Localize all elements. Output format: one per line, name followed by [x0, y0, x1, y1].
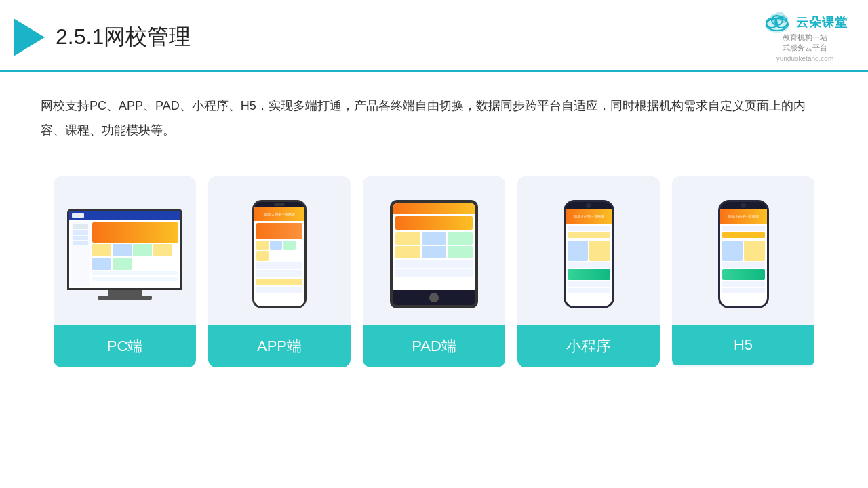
device-mini-phone: 职场人的第一堂网课	[564, 200, 614, 308]
pad-screen	[393, 203, 475, 290]
logo-url: yunduoketang.com	[776, 55, 834, 62]
mini-phone-screen-h5: 职场人的第一堂网课	[720, 209, 767, 306]
card-mini: 职场人的第一堂网课	[517, 176, 660, 367]
monitor-cards	[92, 244, 178, 270]
mini-phone-banner: 职场人的第一堂网课	[566, 209, 612, 224]
phone-screen: 职场人的第一堂网课	[254, 207, 304, 306]
monitor-sidebar	[71, 222, 90, 286]
mini-phone-punch-h5	[720, 202, 767, 209]
device-h5-phone: 职场人的第一堂网课	[718, 200, 769, 308]
card-h5: 职场人的第一堂网课	[672, 176, 814, 367]
description-text: 网校支持PC、APP、PAD、小程序、H5，实现多端打通，产品各终端自由切换，数…	[0, 72, 868, 156]
card-pad-label: PAD端	[363, 325, 505, 367]
monitor-screen-header	[69, 211, 180, 220]
pad-screen-body	[393, 214, 475, 290]
title-text: 网校管理	[104, 24, 191, 49]
mini-phone-body	[566, 224, 612, 306]
phone-notch-dot	[274, 203, 285, 206]
logo-cloud: 云朵课堂	[762, 12, 848, 33]
monitor-logo	[72, 214, 84, 218]
mini-phone-punch	[566, 202, 612, 209]
logo: 云朵课堂 教育机构一站 式服务云平台 yunduoketang.com	[762, 12, 848, 62]
phone-screen-body	[254, 221, 304, 306]
card-app: 职场人的第一堂网课	[208, 176, 351, 367]
monitor-screen-body	[69, 220, 180, 288]
device-pc	[67, 209, 182, 300]
logo-name: 云朵课堂	[796, 14, 848, 30]
mini-phone-screen: 职场人的第一堂网课	[566, 209, 612, 306]
card-h5-image: 职场人的第一堂网课	[672, 176, 814, 325]
phone-screen-header: 职场人的第一堂网课	[254, 207, 304, 221]
device-app-phone: 职场人的第一堂网课	[252, 200, 307, 308]
monitor-screen	[69, 211, 180, 288]
logo-tagline: 教育机构一站 式服务云平台	[783, 33, 827, 54]
page-title: 2.5.1网校管理	[56, 22, 191, 52]
pad-screen-header	[393, 203, 475, 214]
monitor-banner	[92, 222, 178, 243]
card-h5-label: H5	[672, 325, 814, 365]
cloud-svg-icon	[762, 12, 792, 33]
mini-phone-punch-dot-h5	[741, 203, 746, 208]
pad-grid	[395, 232, 473, 258]
device-pad	[390, 200, 478, 308]
card-pc-image	[54, 176, 196, 325]
mini-phone-body-h5	[720, 224, 767, 306]
pad-home-button	[429, 293, 439, 302]
card-mini-label: 小程序	[517, 325, 660, 367]
header-left: 2.5.1网校管理	[14, 18, 191, 56]
page-header: 2.5.1网校管理 云朵课堂 教育机构一站 式服务云平台 yunduoketan…	[0, 0, 868, 72]
card-pad: PAD端	[363, 176, 505, 367]
svg-point-7	[780, 15, 788, 23]
card-app-image: 职场人的第一堂网课	[208, 176, 351, 325]
mini-phone-banner-h5: 职场人的第一堂网课	[720, 209, 767, 224]
card-pad-image	[363, 176, 505, 325]
monitor-base	[98, 296, 152, 300]
monitor-stand	[108, 290, 142, 296]
cards-container: PC端 职场人的第一堂网课	[0, 163, 868, 381]
card-pc-label: PC端	[54, 325, 196, 367]
mini-phone-punch-dot	[586, 203, 591, 208]
monitor-body	[67, 209, 182, 290]
card-app-label: APP端	[208, 325, 351, 367]
phone-notch	[254, 202, 304, 207]
title-number: 2.5.1	[56, 24, 104, 49]
card-mini-image: 职场人的第一堂网课	[517, 176, 660, 325]
monitor-content	[92, 222, 178, 286]
card-pc: PC端	[54, 176, 196, 367]
play-icon	[14, 18, 45, 56]
